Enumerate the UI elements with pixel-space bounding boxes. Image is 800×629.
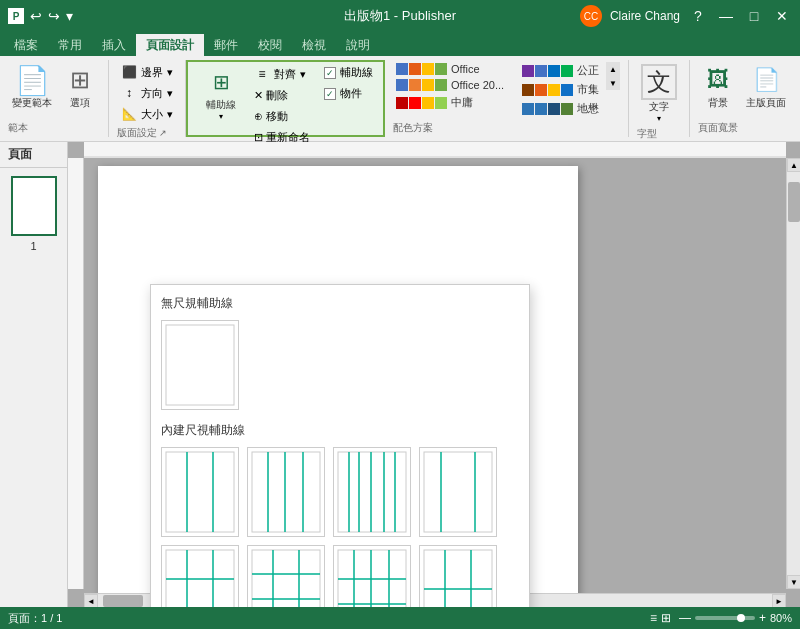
page-setup-label: 版面設定 ↗ <box>117 126 177 140</box>
window-title: 出版物1 - Publisher <box>344 7 456 25</box>
app-icon: P <box>8 8 24 24</box>
scheme-shiji[interactable]: 市集 <box>519 81 602 98</box>
scroll-right-button[interactable]: ► <box>772 594 786 607</box>
page-number-1: 1 <box>30 240 36 252</box>
background-label: 背景 <box>708 96 728 110</box>
view-two-page-button[interactable]: ⊞ <box>661 611 671 625</box>
swatch-1 <box>396 63 408 75</box>
options-icon: ⊞ <box>64 64 96 96</box>
page-thumbnail-1[interactable] <box>11 176 57 236</box>
align-button[interactable]: ≡ 對齊 ▾ <box>250 64 314 84</box>
options-label: 選項 <box>70 96 90 110</box>
checkbox-objects[interactable]: ✓ 物件 <box>322 85 375 102</box>
redo-button[interactable]: ↪ <box>48 8 60 24</box>
scrollbar-vertical[interactable]: ▲ ▼ <box>786 158 800 589</box>
scrollbar-thumb[interactable] <box>788 182 800 222</box>
template-4col[interactable] <box>419 447 497 537</box>
options-button[interactable]: ⊞ 選項 <box>60 62 100 112</box>
scrollbar-h-thumb[interactable] <box>103 595 143 607</box>
ruler-horizontal <box>84 142 786 158</box>
scheme-gongjust-name: 公正 <box>577 63 599 78</box>
template-r2-2[interactable] <box>247 545 325 607</box>
ribbon-group-template-content: 📄 變更範本 ⊞ 選項 <box>8 62 100 119</box>
builtin-guides-templates <box>161 447 519 607</box>
status-bar: 頁面：1 / 1 ≡ ⊞ — + 80% <box>0 607 800 629</box>
template-r2-1[interactable] <box>161 545 239 607</box>
scroll-left-button[interactable]: ◄ <box>84 594 98 607</box>
scheme-zhongyong[interactable]: 中庸 <box>393 94 507 111</box>
view-normal-button[interactable]: ≡ <box>650 611 657 625</box>
master-page-button[interactable]: 📄 主版頁面 <box>742 62 790 112</box>
guides-label: 輔助線 <box>206 98 236 112</box>
scheme-dimao[interactable]: 地懋 <box>519 100 602 117</box>
tab-view[interactable]: 檢視 <box>292 34 336 56</box>
swatch-16 <box>561 65 573 77</box>
svg-rect-3 <box>166 452 234 532</box>
zoom-in-button[interactable]: + <box>759 611 766 625</box>
minimize-button[interactable]: — <box>716 8 736 24</box>
scheme-office20-name: Office 20... <box>451 79 504 91</box>
swatch-22 <box>535 103 547 115</box>
title-bar-right: CC Claire Chang ? — □ ✕ <box>580 5 792 27</box>
page-setup-btns: ⬛ 邊界 ▾ ↕ 方向 ▾ 📐 大小 ▾ <box>117 62 177 124</box>
color-schemes: Office Office 20... <box>393 62 507 111</box>
zoom-slider-thumb <box>737 614 745 622</box>
swatch-18 <box>535 84 547 96</box>
swatch-24 <box>561 103 573 115</box>
guides-main-col: ⊞ 輔助線 ▾ <box>196 64 246 123</box>
zoom-out-button[interactable]: — <box>679 611 691 625</box>
guides-icon: ⊞ <box>205 66 237 98</box>
page-setup-expand[interactable]: ↗ <box>159 128 167 138</box>
template-empty[interactable] <box>161 320 239 410</box>
delete-guide-button[interactable]: ✕ 刪除 <box>250 86 314 105</box>
scheme-office20[interactable]: Office 20... <box>393 78 507 92</box>
change-theme-label: 變更範本 <box>12 96 52 110</box>
template-3col[interactable] <box>333 447 411 537</box>
ribbon-group-page-setup: ⬛ 邊界 ▾ ↕ 方向 ▾ 📐 大小 ▾ 版面設定 ↗ <box>109 60 186 137</box>
tab-home[interactable]: 常用 <box>48 34 92 56</box>
move-guide-button[interactable]: ⊕ 移動 <box>250 107 314 126</box>
template-2col[interactable] <box>247 447 325 537</box>
checkbox-guides[interactable]: ✓ 輔助線 <box>322 64 375 81</box>
template-1col[interactable] <box>161 447 239 537</box>
template-r2-3[interactable] <box>333 545 411 607</box>
orientation-button[interactable]: ↕ 方向 ▾ <box>117 83 177 103</box>
tab-review[interactable]: 校閱 <box>248 34 292 56</box>
svg-rect-10 <box>338 452 406 532</box>
size-button[interactable]: 📐 大小 ▾ <box>117 104 177 124</box>
change-theme-button[interactable]: 📄 變更範本 <box>8 62 56 112</box>
guides-checkboxes: ✓ 輔助線 ✓ 物件 <box>322 64 375 102</box>
guides-button[interactable]: ⊞ 輔助線 ▾ <box>196 64 246 123</box>
help-button[interactable]: ? <box>688 8 708 24</box>
orientation-icon: ↕ <box>121 85 137 101</box>
close-button[interactable]: ✕ <box>772 8 792 24</box>
scroll-up-button[interactable]: ▲ <box>787 158 800 172</box>
tab-mail[interactable]: 郵件 <box>204 34 248 56</box>
page-thumb-container: 1 <box>0 168 67 260</box>
tab-help[interactable]: 說明 <box>336 34 380 56</box>
undo-button[interactable]: ↩ <box>30 8 42 24</box>
tab-page-design[interactable]: 頁面設計 <box>136 34 204 56</box>
zoom-slider[interactable] <box>695 616 755 620</box>
scheme-gongjust[interactable]: 公正 <box>519 62 602 79</box>
tab-insert[interactable]: 插入 <box>92 34 136 56</box>
scheme-office[interactable]: Office <box>393 62 507 76</box>
margin-button[interactable]: ⬛ 邊界 ▾ <box>117 62 177 82</box>
template-r2-4[interactable] <box>419 545 497 607</box>
scroll-down-button[interactable]: ▼ <box>787 575 800 589</box>
svg-rect-2 <box>166 325 234 405</box>
swatch-10 <box>409 97 421 109</box>
scroll-up-btn[interactable]: ▲ <box>606 62 620 76</box>
background-button[interactable]: 🖼 背景 <box>698 62 738 112</box>
swatch-8 <box>435 79 447 91</box>
scheme-zhongyong-name: 中庸 <box>451 95 473 110</box>
scheme-office-name: Office <box>451 63 480 75</box>
scroll-down-btn[interactable]: ▼ <box>606 76 620 90</box>
font-scheme-button[interactable]: 文 文字 ▾ <box>637 62 681 125</box>
tab-file[interactable]: 檔案 <box>4 34 48 56</box>
maximize-button[interactable]: □ <box>744 8 764 24</box>
template-group-label: 範本 <box>8 121 100 135</box>
quick-access-dropdown[interactable]: ▾ <box>66 8 73 24</box>
user-avatar[interactable]: CC <box>580 5 602 27</box>
swatch-19 <box>548 84 560 96</box>
